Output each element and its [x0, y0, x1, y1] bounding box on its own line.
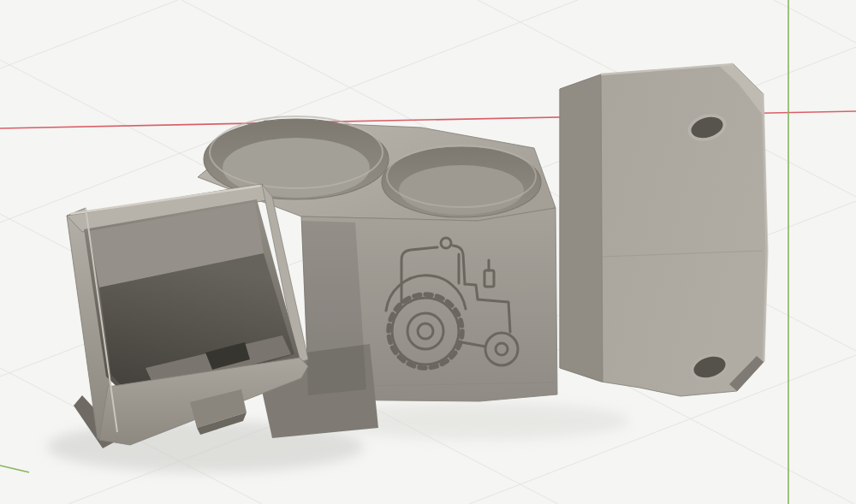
mounting-plate[interactable]: [560, 64, 767, 396]
cad-viewport[interactable]: [0, 0, 856, 504]
cup-recess-left[interactable]: [204, 116, 389, 199]
cradle-shadow-on-body: [301, 221, 366, 395]
cup-recess-right[interactable]: [382, 145, 541, 217]
plate-left-facet[interactable]: [560, 74, 603, 382]
viewport-canvas[interactable]: [0, 0, 856, 504]
